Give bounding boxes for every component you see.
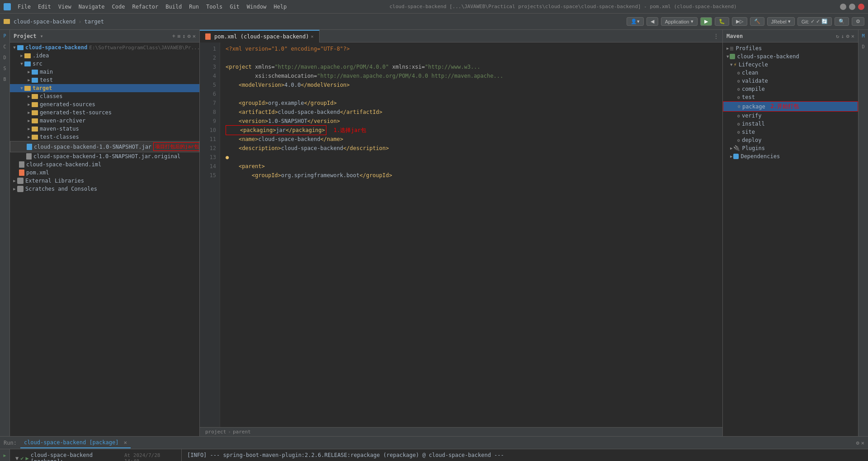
title-bar-path: cloud-space-backend [...\JAVAWEB\Practic… bbox=[291, 4, 835, 9]
tree-root[interactable]: ▼ cloud-space-backend E:\SoftwareProgram… bbox=[10, 43, 199, 52]
tree-test[interactable]: ▶ test bbox=[10, 76, 199, 84]
run-close-icon[interactable]: ✕ bbox=[861, 440, 864, 446]
tree-maven-archiver[interactable]: ▶ maven-archiver bbox=[10, 117, 199, 125]
menu-view[interactable]: View bbox=[55, 2, 75, 11]
maven-test[interactable]: ⚙ test bbox=[723, 93, 858, 101]
maven-plugins[interactable]: ▶ 🔌 Plugins bbox=[723, 144, 858, 152]
run-tab-close[interactable]: ✕ bbox=[124, 439, 127, 446]
run-play-icon[interactable]: ▶ bbox=[1, 451, 9, 459]
db-icon[interactable]: D bbox=[1, 53, 9, 61]
tree-maven-status[interactable]: ▶ maven-status bbox=[10, 125, 199, 133]
tree-classes[interactable]: ▶ classes bbox=[10, 92, 199, 100]
tree-src[interactable]: ▼ src bbox=[10, 60, 199, 68]
right-sidebar-icons: M D bbox=[858, 30, 868, 436]
maven-validate[interactable]: ⚙ validate bbox=[723, 77, 858, 85]
maven-refresh-icon[interactable]: ↻ bbox=[836, 33, 839, 39]
bookmarks-icon[interactable]: B bbox=[1, 75, 9, 83]
maven-header: Maven ↻ ↓ ⚙ ✕ bbox=[723, 30, 858, 42]
maven-package[interactable]: ⚙ package 2.开始打包 bbox=[723, 101, 858, 112]
menu-run[interactable]: Run bbox=[186, 2, 202, 11]
code-line-4: xsi:schemaLocation="http://maven.apache.… bbox=[226, 71, 717, 80]
jrebel-dropdown[interactable]: JRebel ▾ bbox=[767, 17, 795, 26]
maven-lifecycle[interactable]: ▼ ⚡ Lifecycle bbox=[723, 61, 858, 69]
tree-gen-test-sources[interactable]: ▶ generated-test-sources bbox=[10, 108, 199, 117]
maven-profiles[interactable]: ▶ ☰ Profiles bbox=[723, 44, 858, 52]
code-editor[interactable]: <?xml version="1.0" encoding="UTF-8"?> <… bbox=[220, 42, 722, 427]
maven-site[interactable]: ⚙ site bbox=[723, 128, 858, 136]
run-header: Run: cloud-space-backend [package] ✕ ⚙ ✕ bbox=[0, 437, 868, 449]
iml-label: cloud-space-backend.iml bbox=[26, 161, 101, 168]
tree-target[interactable]: ▼ target bbox=[10, 84, 199, 92]
menu-tools[interactable]: Tools bbox=[203, 2, 226, 11]
install-gear-icon: ⚙ bbox=[737, 122, 740, 127]
menu-code[interactable]: Code bbox=[109, 2, 128, 11]
tree-ext-libs[interactable]: ▶ External Libraries bbox=[10, 177, 199, 185]
menu-edit[interactable]: Edit bbox=[35, 2, 54, 11]
tree-jar-file[interactable]: cloud-space-backend-1.0-SNAPSHOT.jar 项目打… bbox=[10, 141, 199, 152]
settings-button[interactable]: ⚙ bbox=[852, 17, 864, 26]
back-button[interactable]: ◀ bbox=[646, 17, 658, 26]
run-settings-icon[interactable]: ⚙ bbox=[856, 440, 859, 446]
tree-main[interactable]: ▶ main bbox=[10, 68, 199, 76]
editor-tab-more[interactable]: ⋮ bbox=[710, 33, 722, 39]
run-tab-package[interactable]: cloud-space-backend [package] ✕ bbox=[20, 437, 131, 448]
editor-tab-pom[interactable]: pom.xml (cloud-space-backend) ✕ bbox=[200, 30, 320, 42]
tree-scratches[interactable]: ▶ Scratches and Consoles bbox=[10, 185, 199, 193]
tree-iml[interactable]: cloud-space-backend.iml bbox=[10, 160, 199, 169]
project-close-icon[interactable]: ✕ bbox=[193, 33, 196, 39]
validate-label: validate bbox=[742, 78, 768, 84]
project-icon[interactable]: P bbox=[1, 32, 9, 40]
menu-build[interactable]: Build bbox=[162, 2, 185, 11]
project-panel-header: Project ▾ + ≡ ↕ ⚙ ✕ bbox=[10, 30, 199, 42]
menu-help[interactable]: Help bbox=[270, 2, 290, 11]
tab-pom-label: pom.xml (cloud-space-backend) bbox=[214, 33, 309, 40]
tree-idea[interactable]: ▶ .idea bbox=[10, 52, 199, 60]
run-coverage-button[interactable]: ▶▷ bbox=[732, 17, 747, 26]
application-dropdown[interactable]: Application ▾ bbox=[661, 17, 698, 26]
db-right-icon[interactable]: D bbox=[859, 42, 868, 51]
run-button[interactable]: ▶ bbox=[700, 17, 712, 26]
maven-verify[interactable]: ⚙ verify bbox=[723, 112, 858, 120]
menu-refactor[interactable]: Refactor bbox=[129, 2, 161, 11]
maven-deploy[interactable]: ⚙ deploy bbox=[723, 136, 858, 144]
menu-window[interactable]: Window bbox=[244, 2, 269, 11]
menu-git[interactable]: Git bbox=[226, 2, 243, 11]
build-button[interactable]: 🔨 bbox=[750, 17, 764, 26]
maven-compile[interactable]: ⚙ compile bbox=[723, 85, 858, 93]
maximize-button[interactable] bbox=[849, 4, 855, 10]
maven-right-icon[interactable]: M bbox=[859, 32, 868, 40]
maven-clean[interactable]: ⚙ clean bbox=[723, 69, 858, 77]
maven-settings-icon[interactable]: ⚙ bbox=[846, 33, 849, 39]
commit-icon[interactable]: C bbox=[1, 42, 9, 51]
close-button[interactable] bbox=[858, 4, 864, 10]
clean-gear-icon: ⚙ bbox=[737, 71, 740, 75]
maven-header-icons: ↻ ↓ ⚙ ✕ bbox=[836, 33, 854, 39]
maven-project[interactable]: ▼ cloud-space-backend bbox=[723, 52, 858, 61]
maven-download-icon[interactable]: ↓ bbox=[841, 33, 844, 39]
menu-navigate[interactable]: Navigate bbox=[75, 2, 108, 11]
project-settings-icon[interactable]: ⚙ bbox=[188, 33, 191, 39]
git-controls[interactable]: Git: ✓ ✓ 🔄 bbox=[797, 17, 832, 26]
dependencies-label: Dependencies bbox=[741, 153, 780, 160]
project-title: Project bbox=[14, 33, 37, 39]
debug-button[interactable]: 🐛 bbox=[715, 17, 729, 26]
run-task-main[interactable]: ▼ ✔ ▶ cloud-space-backend [package]: At … bbox=[14, 451, 178, 461]
tree-gen-sources[interactable]: ▶ generated-sources bbox=[10, 100, 199, 108]
maven-close-icon[interactable]: ✕ bbox=[851, 33, 854, 39]
maven-dependencies[interactable]: ▶ Dependencies bbox=[723, 152, 858, 160]
search-button[interactable]: 🔍 bbox=[835, 17, 849, 26]
new-file-icon[interactable]: + bbox=[172, 33, 175, 39]
minimize-button[interactable] bbox=[840, 4, 846, 10]
tree-test-classes[interactable]: ▶ test-classes bbox=[10, 133, 199, 141]
project-dropdown[interactable]: ▾ bbox=[40, 33, 43, 39]
sort-icon[interactable]: ↕ bbox=[182, 33, 185, 39]
profile-button[interactable]: 👤▾ bbox=[627, 17, 644, 26]
tree-jar-original[interactable]: cloud-space-backend-1.0-SNAPSHOT.jar.ori… bbox=[10, 152, 199, 160]
tab-close[interactable]: ✕ bbox=[311, 34, 314, 39]
menu-file[interactable]: File bbox=[14, 2, 34, 11]
maven-install[interactable]: ⚙ install bbox=[723, 120, 858, 128]
structure-icon[interactable]: S bbox=[1, 64, 9, 72]
collapse-icon[interactable]: ≡ bbox=[177, 33, 180, 39]
tree-pom[interactable]: pom.xml bbox=[10, 169, 199, 177]
site-label: site bbox=[742, 129, 755, 135]
